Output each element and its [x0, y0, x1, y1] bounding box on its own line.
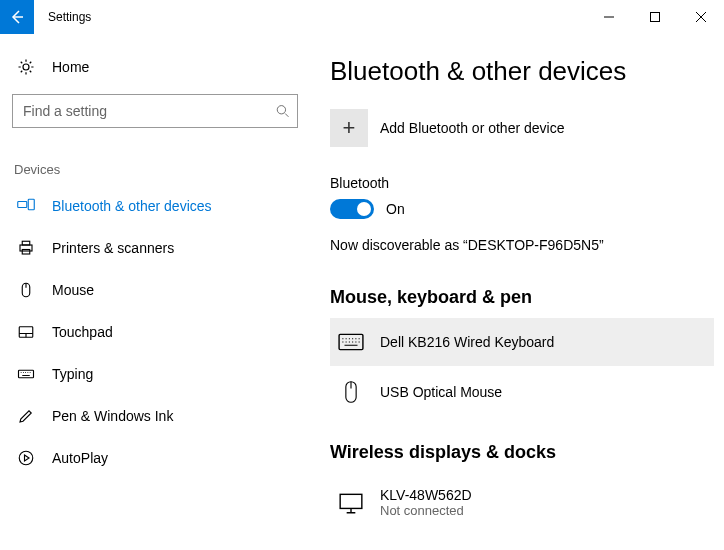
search-field[interactable] — [21, 102, 276, 120]
arrow-left-icon — [9, 9, 25, 25]
sidebar-item-label: Pen & Windows Ink — [52, 408, 173, 424]
sidebar-item-label: Mouse — [52, 282, 94, 298]
bluetooth-devices-icon — [16, 197, 36, 215]
main-content: Bluetooth & other devices + Add Bluetoot… — [310, 34, 724, 550]
gear-icon — [16, 58, 36, 76]
page-title: Bluetooth & other devices — [330, 56, 714, 87]
printer-icon — [16, 239, 36, 257]
svg-point-1 — [277, 106, 285, 114]
home-button[interactable]: Home — [12, 52, 298, 94]
sidebar-item-label: Printers & scanners — [52, 240, 174, 256]
sidebar-item-mouse[interactable]: Mouse — [12, 269, 298, 311]
window-title: Settings — [34, 10, 91, 24]
svg-point-10 — [19, 451, 33, 465]
keyboard-icon — [338, 332, 364, 352]
sidebar-item-printers[interactable]: Printers & scanners — [12, 227, 298, 269]
category-label: Devices — [14, 162, 298, 177]
bluetooth-toggle[interactable] — [330, 199, 374, 219]
device-status: Not connected — [380, 503, 472, 518]
svg-rect-9 — [19, 370, 34, 378]
mouse-icon — [16, 281, 36, 299]
plus-icon: + — [330, 109, 368, 147]
home-label: Home — [52, 59, 89, 75]
sidebar-item-bluetooth[interactable]: Bluetooth & other devices — [12, 185, 298, 227]
touchpad-icon — [16, 323, 36, 341]
sidebar-item-autoplay[interactable]: AutoPlay — [12, 437, 298, 479]
svg-rect-0 — [651, 13, 660, 22]
toggle-state-label: On — [386, 201, 405, 217]
monitor-icon — [338, 492, 364, 514]
svg-rect-3 — [28, 199, 34, 210]
svg-rect-5 — [22, 241, 30, 245]
sidebar-item-touchpad[interactable]: Touchpad — [12, 311, 298, 353]
sidebar-item-label: Touchpad — [52, 324, 113, 340]
sidebar-item-label: AutoPlay — [52, 450, 108, 466]
device-row[interactable]: Dell KB216 Wired Keyboard — [330, 318, 714, 366]
sidebar: Home Devices Bluetooth & other devices P… — [0, 34, 310, 550]
keyboard-icon — [16, 365, 36, 383]
search-input[interactable] — [12, 94, 298, 128]
minimize-icon — [604, 12, 614, 22]
device-name: Dell KB216 Wired Keyboard — [380, 334, 554, 350]
close-button[interactable] — [678, 0, 724, 34]
search-icon — [276, 104, 289, 118]
maximize-button[interactable] — [632, 0, 678, 34]
svg-rect-13 — [340, 494, 362, 508]
device-row[interactable]: KLV-48W562D Not connected — [330, 473, 714, 532]
pen-icon — [16, 407, 36, 425]
mouse-icon — [338, 380, 364, 404]
back-button[interactable] — [0, 0, 34, 34]
sidebar-item-label: Bluetooth & other devices — [52, 198, 212, 214]
sidebar-item-pen[interactable]: Pen & Windows Ink — [12, 395, 298, 437]
minimize-button[interactable] — [586, 0, 632, 34]
wireless-heading: Wireless displays & docks — [330, 442, 714, 463]
sidebar-item-label: Typing — [52, 366, 93, 382]
sidebar-item-typing[interactable]: Typing — [12, 353, 298, 395]
svg-rect-6 — [22, 250, 30, 255]
device-name: USB Optical Mouse — [380, 384, 502, 400]
device-name: KLV-48W562D — [380, 487, 472, 503]
device-row[interactable]: USB Optical Mouse — [330, 366, 714, 418]
bluetooth-label: Bluetooth — [330, 175, 714, 191]
close-icon — [696, 12, 706, 22]
svg-rect-2 — [18, 202, 27, 208]
maximize-icon — [650, 12, 660, 22]
autoplay-icon — [16, 449, 36, 467]
add-device-button[interactable]: + Add Bluetooth or other device — [330, 109, 714, 147]
mouse-keyboard-heading: Mouse, keyboard & pen — [330, 287, 714, 308]
discoverable-text: Now discoverable as “DESKTOP-F96D5N5” — [330, 237, 714, 253]
add-device-label: Add Bluetooth or other device — [380, 120, 564, 136]
